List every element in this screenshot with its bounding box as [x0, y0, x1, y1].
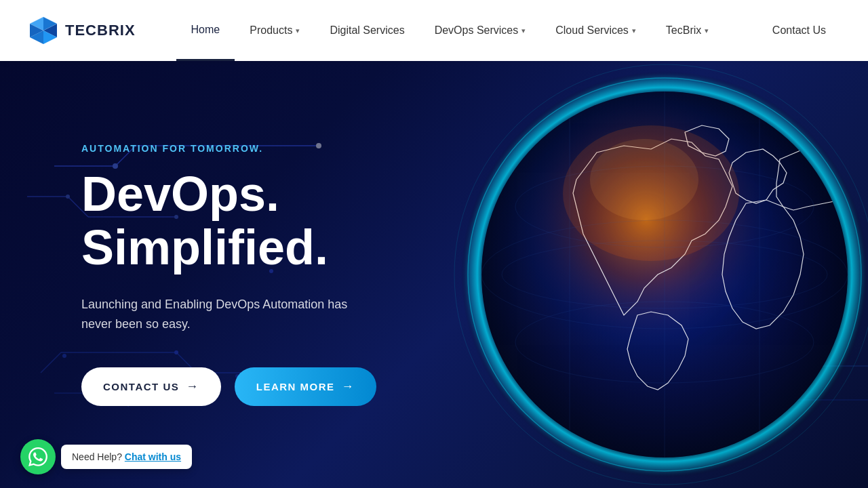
nav-link-cloud[interactable]: Cloud Services ▾	[540, 0, 651, 61]
nav-item-devops[interactable]: DevOps Services ▾	[420, 0, 541, 61]
whatsapp-button[interactable]	[20, 439, 56, 474]
navbar: TECBRIX Home Products ▾ Digital Services…	[0, 0, 868, 61]
chevron-down-icon: ▾	[632, 26, 636, 35]
chevron-down-icon: ▾	[296, 26, 300, 35]
svg-point-56	[590, 139, 698, 220]
logo-text: TECBRIX	[65, 22, 136, 39]
nav-link-digital[interactable]: Digital Services	[315, 0, 419, 61]
globe-illustration	[434, 61, 868, 488]
chat-bubble: Need Help? Chat with us	[61, 445, 192, 469]
arrow-right-icon: →	[186, 380, 199, 394]
hero-content: AUTOMATION FOR TOMORROW. DevOps. Simplif…	[0, 143, 376, 407]
logo-icon	[27, 14, 60, 47]
nav-item-cloud[interactable]: Cloud Services ▾	[540, 0, 651, 61]
hero-buttons: CONTACT US → LEARN MORE →	[81, 367, 376, 406]
arrow-right-icon: →	[342, 380, 355, 394]
hero-subtitle: AUTOMATION FOR TOMORROW.	[81, 143, 376, 154]
hero-title: DevOps. Simplified.	[81, 167, 376, 274]
chevron-down-icon: ▾	[521, 26, 526, 35]
nav-links: Home Products ▾ Digital Services DevOps …	[176, 0, 841, 61]
contact-us-button[interactable]: CONTACT US →	[81, 367, 221, 406]
chat-widget: Need Help? Chat with us	[20, 439, 192, 474]
nav-link-contact[interactable]: Contact Us	[757, 0, 841, 61]
nav-link-devops[interactable]: DevOps Services ▾	[420, 0, 541, 61]
nav-item-contact[interactable]: Contact Us	[757, 0, 841, 61]
hero-title-line1: DevOps.	[81, 167, 279, 221]
logo[interactable]: TECBRIX	[27, 14, 136, 47]
hero-section: AUTOMATION FOR TOMORROW. DevOps. Simplif…	[0, 61, 868, 488]
nav-item-home[interactable]: Home	[176, 0, 235, 61]
hero-description: Launching and Enabling DevOps Automation…	[81, 295, 373, 334]
whatsapp-icon	[28, 447, 47, 466]
nav-link-tecbrix[interactable]: TecBrix ▾	[651, 0, 724, 61]
chat-link[interactable]: Chat with us	[125, 451, 181, 462]
hero-title-line2: Simplified.	[81, 220, 328, 274]
learn-more-button[interactable]: LEARN MORE →	[235, 367, 376, 406]
nav-item-tecbrix[interactable]: TecBrix ▾	[651, 0, 724, 61]
nav-item-digital[interactable]: Digital Services	[315, 0, 419, 61]
nav-item-products[interactable]: Products ▾	[235, 0, 315, 61]
chevron-down-icon: ▾	[705, 26, 709, 35]
nav-link-home[interactable]: Home	[176, 0, 235, 61]
nav-link-products[interactable]: Products ▾	[235, 0, 315, 61]
